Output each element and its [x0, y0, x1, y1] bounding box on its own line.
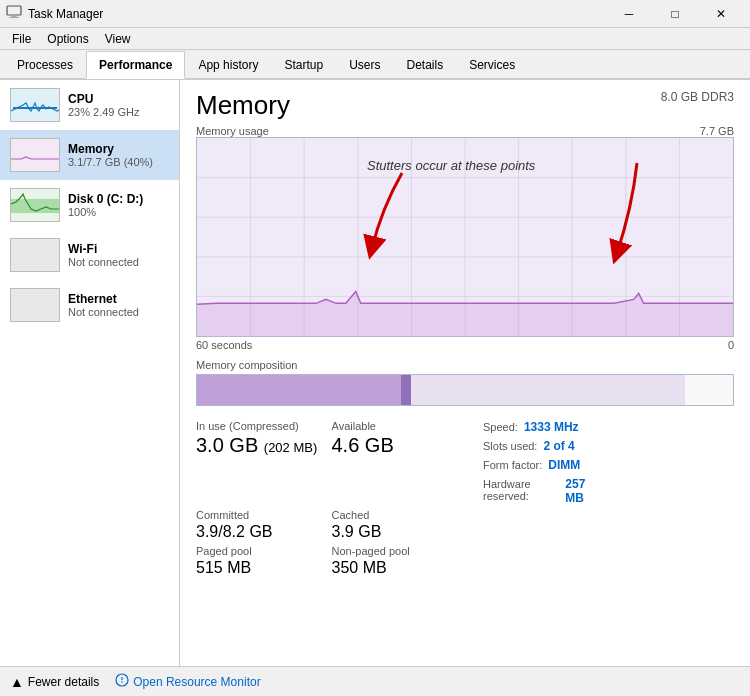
stat-hwres-label: Hardware reserved:: [483, 478, 559, 502]
svg-point-22: [121, 681, 123, 683]
arrow1-svg: [352, 168, 432, 268]
stat-formfactor-value: DIMM: [548, 458, 580, 472]
maximize-button[interactable]: □: [652, 0, 698, 28]
stat-formfactor-label: Form factor:: [483, 459, 542, 471]
chart-max-value: 7.7 GB: [700, 125, 734, 137]
stat-committed-value: 3.9/8.2 GB: [196, 523, 328, 541]
stat-nonpaged: Non-paged pool 350 MB: [332, 545, 464, 577]
stat-paged-label: Paged pool: [196, 545, 328, 557]
stat-paged-value: 515 MB: [196, 559, 328, 577]
open-monitor-label: Open Resource Monitor: [133, 675, 260, 689]
window-controls: ─ □ ✕: [606, 0, 744, 28]
stat-slots-value: 2 of 4: [543, 439, 574, 453]
main-area: CPU 23% 2.49 GHz Memory 3.1/7.7 GB (40%): [0, 80, 750, 666]
stat-paged: Paged pool 515 MB: [196, 545, 328, 577]
menu-options[interactable]: Options: [39, 30, 96, 47]
cpu-detail: 23% 2.49 GHz: [68, 106, 169, 118]
tab-users[interactable]: Users: [336, 51, 393, 79]
wifi-detail: Not connected: [68, 256, 169, 268]
stat-speed-label: Speed:: [483, 421, 518, 433]
memory-name: Memory: [68, 142, 169, 156]
memory-usage-section: Memory usage 7.7 GB: [196, 125, 734, 351]
fewer-details-button[interactable]: ▲ Fewer details: [10, 674, 99, 690]
svg-rect-0: [7, 6, 21, 15]
content-header: Memory 8.0 GB DDR3: [196, 90, 734, 121]
disk-info: Disk 0 (C: D:) 100%: [68, 192, 169, 218]
sidebar: CPU 23% 2.49 GHz Memory 3.1/7.7 GB (40%): [0, 80, 180, 666]
minimize-button[interactable]: ─: [606, 0, 652, 28]
svg-rect-5: [11, 239, 60, 272]
stat-available: Available 4.6 GB: [332, 420, 464, 505]
open-monitor-button[interactable]: Open Resource Monitor: [115, 673, 260, 690]
title-bar: Task Manager ─ □ ✕: [0, 0, 750, 28]
tab-startup[interactable]: Startup: [271, 51, 336, 79]
memory-spec: 8.0 GB DDR3: [661, 90, 734, 104]
ethernet-name: Ethernet: [68, 292, 169, 306]
stat-inuse: In use (Compressed) 3.0 GB (202 MB): [196, 420, 328, 505]
sidebar-item-memory[interactable]: Memory 3.1/7.7 GB (40%): [0, 130, 179, 180]
tab-details[interactable]: Details: [393, 51, 456, 79]
stat-cached-label: Cached: [332, 509, 464, 521]
fewer-details-icon: ▲: [10, 674, 24, 690]
cpu-thumbnail: [10, 88, 60, 122]
chart-time-labels: 60 seconds 0: [196, 339, 734, 351]
memory-info: Memory 3.1/7.7 GB (40%): [68, 142, 169, 168]
stat-cached-value: 3.9 GB: [332, 523, 464, 541]
menu-file[interactable]: File: [4, 30, 39, 47]
content-panel: Memory 8.0 GB DDR3 Memory usage 7.7 GB: [180, 80, 750, 666]
stat-inuse-value: 3.0 GB (202 MB): [196, 434, 328, 457]
sidebar-item-wifi[interactable]: Wi-Fi Not connected: [0, 230, 179, 280]
memory-thumbnail: [10, 138, 60, 172]
bottom-bar: ▲ Fewer details Open Resource Monitor: [0, 666, 750, 696]
stat-nonpaged-label: Non-paged pool: [332, 545, 464, 557]
title-bar-left: Task Manager: [6, 4, 103, 23]
arrow2-svg: [587, 158, 667, 278]
stat-hwres-value: 257 MB: [565, 477, 598, 505]
stat-nonpaged-value: 350 MB: [332, 559, 464, 577]
close-button[interactable]: ✕: [698, 0, 744, 28]
stat-slots-label: Slots used:: [483, 440, 537, 452]
stat-available-value: 4.6 GB: [332, 434, 464, 457]
chart-time-start: 60 seconds: [196, 339, 252, 351]
svg-rect-1: [11, 15, 17, 17]
stat-committed: Committed 3.9/8.2 GB: [196, 509, 328, 541]
sidebar-item-disk[interactable]: Disk 0 (C: D:) 100%: [0, 180, 179, 230]
stats-grid: In use (Compressed) 3.0 GB (202 MB) Avai…: [196, 420, 734, 505]
panel-title: Memory: [196, 90, 290, 121]
comp-free: [685, 375, 733, 405]
fewer-details-label: Fewer details: [28, 675, 99, 689]
sidebar-item-ethernet[interactable]: Ethernet Not connected: [0, 280, 179, 330]
sidebar-item-cpu[interactable]: CPU 23% 2.49 GHz: [0, 80, 179, 130]
ethernet-thumbnail: [10, 288, 60, 322]
stat-speed: Speed: 1333 MHz Slots used: 2 of 4 Form …: [467, 420, 599, 505]
cpu-name: CPU: [68, 92, 169, 106]
monitor-icon: [115, 673, 129, 690]
stat-committed-label: Committed: [196, 509, 328, 521]
composition-section: Memory composition: [196, 359, 734, 406]
wifi-thumbnail: [10, 238, 60, 272]
tab-bar: Processes Performance App history Startu…: [0, 50, 750, 80]
disk-name: Disk 0 (C: D:): [68, 192, 169, 206]
chart-label-row: Memory usage 7.7 GB: [196, 125, 734, 137]
svg-rect-2: [9, 17, 19, 18]
stats-grid-2: Committed 3.9/8.2 GB Cached 3.9 GB: [196, 509, 734, 541]
chart-time-end: 0: [728, 339, 734, 351]
wifi-name: Wi-Fi: [68, 242, 169, 256]
stat-cached: Cached 3.9 GB: [332, 509, 464, 541]
memory-detail: 3.1/7.7 GB (40%): [68, 156, 169, 168]
app-title: Task Manager: [28, 7, 103, 21]
svg-rect-6: [11, 289, 60, 322]
ethernet-detail: Not connected: [68, 306, 169, 318]
cpu-info: CPU 23% 2.49 GHz: [68, 92, 169, 118]
tab-processes[interactable]: Processes: [4, 51, 86, 79]
tab-services[interactable]: Services: [456, 51, 528, 79]
disk-thumbnail: [10, 188, 60, 222]
stats-grid-3: Paged pool 515 MB Non-paged pool 350 MB: [196, 545, 734, 577]
disk-detail: 100%: [68, 206, 169, 218]
menu-bar: File Options View: [0, 28, 750, 50]
tab-performance[interactable]: Performance: [86, 51, 185, 79]
menu-view[interactable]: View: [97, 30, 139, 47]
stat-available-label: Available: [332, 420, 464, 432]
comp-modified: [401, 375, 412, 405]
tab-app-history[interactable]: App history: [185, 51, 271, 79]
